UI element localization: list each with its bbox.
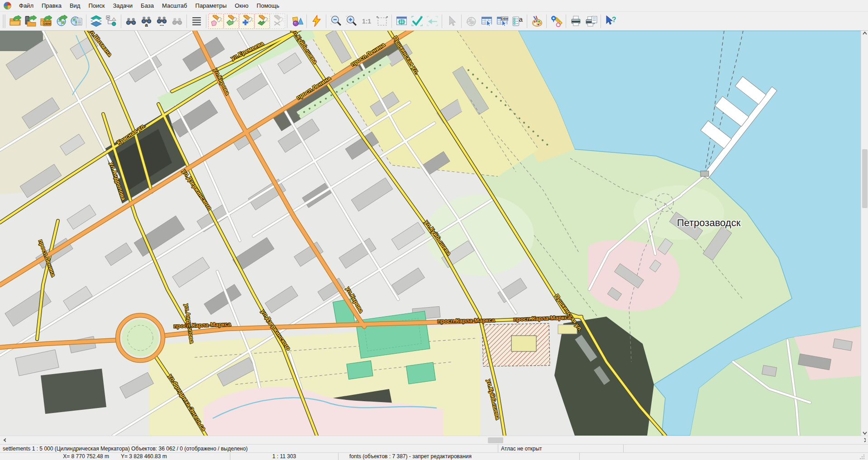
- find-text-button[interactable]: a: [138, 14, 154, 29]
- app-icon: [4, 2, 11, 9]
- find-object-button[interactable]: [123, 14, 138, 29]
- scale-1-1-button[interactable]: 1:1: [359, 14, 374, 29]
- open-dbm-button[interactable]: DBM: [38, 14, 53, 29]
- 3d-view-button[interactable]: [289, 14, 305, 29]
- city-label: Петрозаводск: [677, 217, 741, 228]
- open-map-button[interactable]: [7, 14, 23, 29]
- scroll-right-icon[interactable]: [860, 437, 868, 443]
- status-map-info: settlements 1 : 5 000 (Цилиндрическая Ме…: [0, 445, 498, 452]
- status-coordinates: X= 8 770 752.48 m Y= 3 828 460.83 m: [0, 453, 230, 460]
- attribute-table-button[interactable]: [479, 14, 494, 29]
- gis-app-window: Файл Правка Вид Поиск Задачи База Масшта…: [0, 0, 868, 460]
- status-bar: settlements 1 : 5 000 (Цилиндрическая Ме…: [0, 444, 868, 460]
- svg-text:a: a: [145, 22, 148, 27]
- go-geoportal-button[interactable]: [463, 14, 479, 29]
- find-repeat-button[interactable]: [169, 14, 185, 29]
- select-add-button[interactable]: [239, 14, 254, 29]
- undo-step-button[interactable]: [424, 14, 440, 29]
- map-canvas[interactable]: ул.Шотмана Красная ул. ул.Андропова ул.А…: [0, 31, 861, 436]
- apply-button[interactable]: [409, 14, 424, 29]
- scroll-left-icon[interactable]: [0, 437, 8, 443]
- select-object-button[interactable]: [208, 14, 224, 29]
- fit-extent-button[interactable]: [374, 14, 390, 29]
- horizontal-scrollbar[interactable]: [0, 436, 868, 444]
- resize-grip[interactable]: [859, 454, 865, 460]
- menu-window[interactable]: Окно: [231, 1, 253, 10]
- object-card-button[interactable]: a: [510, 14, 525, 29]
- svg-text:?: ?: [612, 16, 616, 24]
- menu-options[interactable]: Параметры: [191, 1, 231, 10]
- menu-help[interactable]: Помощь: [253, 1, 283, 10]
- status-edit-info: fonts (объектов : 7 387) - запрет редакт…: [339, 453, 579, 460]
- scroll-down-icon[interactable]: [862, 430, 868, 436]
- main-toolbar: DBM: [0, 12, 868, 31]
- map-style-button[interactable]: [529, 14, 544, 29]
- menu-file[interactable]: Файл: [15, 1, 38, 10]
- layers-button[interactable]: [88, 14, 104, 29]
- pointer-button[interactable]: [444, 14, 459, 29]
- map-window-select-button[interactable]: [394, 14, 409, 29]
- open-geoportal-button[interactable]: [53, 14, 69, 29]
- vertical-scrollbar[interactable]: [861, 31, 868, 436]
- print-report-button[interactable]: [583, 14, 599, 29]
- zoom-in-button[interactable]: [343, 14, 359, 29]
- measure-route-button[interactable]: [548, 14, 564, 29]
- scroll-up-icon[interactable]: [862, 31, 868, 36]
- svg-text:DBM: DBM: [501, 17, 508, 20]
- menu-tasks[interactable]: Задачи: [109, 1, 137, 10]
- status-row2-spare: [580, 453, 868, 460]
- svg-text:DBM: DBM: [43, 22, 51, 25]
- map-properties-button[interactable]: [69, 14, 84, 29]
- vertical-scroll-thumb[interactable]: [862, 149, 868, 208]
- object-list-button[interactable]: [189, 14, 204, 29]
- menu-search[interactable]: Поиск: [84, 1, 109, 10]
- horizontal-scroll-thumb[interactable]: [488, 437, 503, 443]
- status-row1-spare: [624, 445, 868, 452]
- menu-view[interactable]: Вид: [66, 1, 85, 10]
- map-viewport[interactable]: ул.Шотмана Красная ул. ул.Андропова ул.А…: [0, 31, 861, 436]
- status-atlas: Атлас не открыт: [498, 445, 623, 452]
- menu-database[interactable]: База: [137, 1, 158, 10]
- dbm-table-button[interactable]: DBM: [494, 14, 510, 29]
- quick-run-button[interactable]: [309, 14, 324, 29]
- legend-button[interactable]: [104, 14, 119, 29]
- menu-bar: Файл Правка Вид Поиск Задачи База Масшта…: [0, 0, 868, 12]
- menu-scale[interactable]: Масштаб: [158, 1, 191, 10]
- svg-text:просп.Карла-Маркса: просп.Карла-Маркса: [437, 317, 495, 324]
- toolbar-grip[interactable]: [3, 14, 5, 28]
- svg-text:...: ...: [159, 21, 164, 27]
- menu-edit[interactable]: Правка: [38, 1, 66, 10]
- coordinate-x: X= 8 770 752.48 m: [63, 453, 109, 460]
- select-combine-button[interactable]: [254, 14, 270, 29]
- find-advanced-button[interactable]: ...: [154, 14, 169, 29]
- print-button[interactable]: [568, 14, 583, 29]
- svg-text:a: a: [519, 16, 523, 23]
- status-view-scale: 1 : 11 303: [230, 453, 338, 460]
- context-help-button[interactable]: ?: [603, 14, 618, 29]
- zoom-out-button[interactable]: [328, 14, 343, 29]
- select-cancel-button[interactable]: [270, 14, 285, 29]
- open-database-button[interactable]: [23, 14, 38, 29]
- select-contour-button[interactable]: [224, 14, 239, 29]
- coordinate-y: Y= 3 828 460.83 m: [121, 453, 167, 460]
